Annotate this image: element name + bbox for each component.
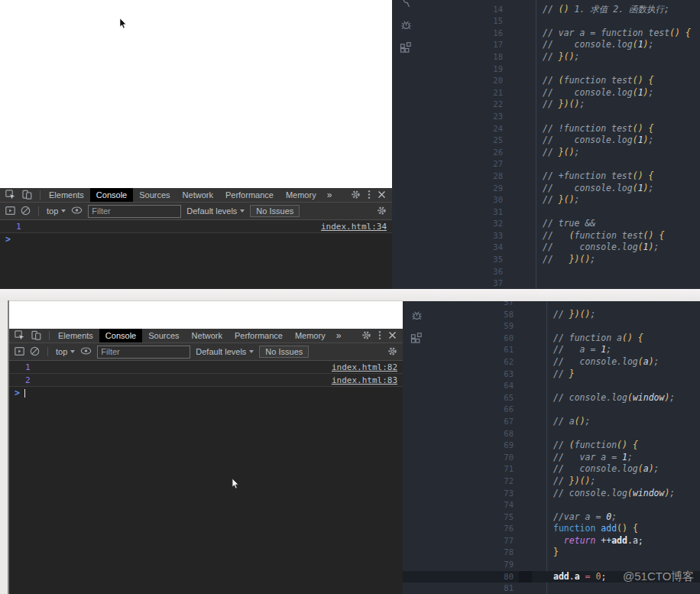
code-line[interactable]: 35// })();: [392, 254, 700, 266]
code-editor-top[interactable]: 1314// () 1. 求值 2. 函数执行;1516// var a = f…: [392, 0, 700, 289]
code-line[interactable]: 31: [392, 206, 700, 219]
close-icon[interactable]: [378, 190, 386, 200]
console-settings-icon[interactable]: [377, 206, 387, 217]
tab-elements[interactable]: Elements: [52, 329, 99, 342]
live-expression-icon[interactable]: [71, 206, 83, 216]
code-line[interactable]: 15: [392, 15, 700, 28]
levels-label: Default levels: [186, 206, 237, 216]
tab-console[interactable]: Console: [90, 188, 133, 202]
menu-icon[interactable]: [368, 190, 371, 201]
log-source-link[interactable]: index.html:34: [321, 222, 392, 232]
inspect-element-icon[interactable]: [5, 190, 15, 201]
code-line[interactable]: 32// true &&: [392, 218, 700, 230]
code-line[interactable]: 65// console.log(window);: [403, 392, 700, 404]
code-line[interactable]: 23: [392, 111, 700, 123]
toggle-device-toolbar-icon[interactable]: [31, 330, 41, 342]
tab-performance[interactable]: Performance: [228, 329, 289, 342]
console-settings-icon[interactable]: [387, 346, 397, 358]
code-line[interactable]: 22// })();: [392, 99, 700, 111]
screenshot-gap-band: [0, 289, 700, 301]
console-prompt-row[interactable]: >: [9, 387, 403, 399]
console-prompt-row[interactable]: >: [0, 233, 392, 245]
live-expression-icon[interactable]: [80, 346, 92, 357]
code-line[interactable]: 70// var a = 1;: [403, 452, 700, 464]
tab-memory[interactable]: Memory: [280, 188, 322, 202]
code-line[interactable]: 20// (function test() {: [392, 75, 700, 87]
context-selector[interactable]: top: [47, 206, 66, 216]
inspect-element-icon[interactable]: [15, 330, 24, 342]
code-line[interactable]: 16// var a = function test() {: [392, 28, 700, 40]
code-line[interactable]: 21// console.log(1);: [392, 87, 700, 99]
code-line[interactable]: 60// function a() {: [403, 333, 700, 345]
code-line[interactable]: 28// +function test() {: [392, 170, 700, 183]
filter-input[interactable]: [97, 346, 190, 359]
no-issues-badge[interactable]: No Issues: [259, 346, 309, 358]
code-line[interactable]: 18// }();: [392, 51, 700, 63]
code-line[interactable]: 37: [392, 278, 700, 289]
code-line[interactable]: 72// })();: [403, 476, 700, 488]
log-source-link[interactable]: index.html:82: [332, 362, 403, 372]
code-line[interactable]: 34// console.log(1);: [392, 242, 700, 254]
console-sidebar-icon[interactable]: [15, 346, 24, 358]
log-levels-dropdown[interactable]: Default levels: [186, 206, 245, 216]
code-line[interactable]: 33// (function test() {: [392, 230, 700, 242]
tab-sources[interactable]: Sources: [142, 329, 185, 342]
tab-memory[interactable]: Memory: [289, 329, 332, 342]
code-line[interactable]: 58// })();: [403, 309, 700, 321]
code-line[interactable]: 17// console.log(1);: [392, 39, 700, 51]
devtools-tab-bar: ElementsConsoleSourcesNetworkPerformance…: [0, 188, 392, 203]
code-line[interactable]: 26// }();: [392, 147, 700, 159]
context-label: top: [47, 206, 58, 216]
settings-icon[interactable]: [351, 190, 361, 201]
code-line[interactable]: 64: [403, 380, 700, 392]
no-issues-badge[interactable]: No Issues: [250, 205, 300, 217]
code-line[interactable]: 29// console.log(1);: [392, 183, 700, 195]
code-line[interactable]: 19: [392, 63, 700, 76]
log-source-link[interactable]: index.html:83: [332, 375, 403, 385]
tab-sources[interactable]: Sources: [133, 188, 176, 202]
code-line[interactable]: 75//var a = 0;: [403, 511, 700, 524]
code-line[interactable]: 63// }: [403, 368, 700, 381]
code-line[interactable]: 25// console.log(1);: [392, 135, 700, 147]
more-tabs-icon[interactable]: »: [322, 190, 337, 200]
code-line[interactable]: 30// }();: [392, 194, 700, 206]
code-line[interactable]: 66: [403, 404, 700, 416]
tab-console[interactable]: Console: [99, 329, 142, 342]
tab-elements[interactable]: Elements: [43, 188, 90, 202]
clear-console-icon[interactable]: [30, 346, 40, 358]
menu-icon[interactable]: [378, 330, 381, 342]
code-line[interactable]: 59: [403, 320, 700, 333]
close-icon[interactable]: [388, 331, 397, 341]
code-line[interactable]: 24// !function test() {: [392, 123, 700, 135]
code-line[interactable]: 27: [392, 158, 700, 170]
code-line[interactable]: 36: [392, 266, 700, 278]
code-line[interactable]: 62// console.log(a);: [403, 356, 700, 368]
log-levels-dropdown[interactable]: Default levels: [196, 347, 254, 356]
code-line[interactable]: 68: [403, 428, 700, 440]
code-editor-bottom[interactable]: 5758// })();5960// function a() {61// a …: [403, 300, 700, 594]
clear-console-icon[interactable]: [21, 206, 31, 217]
toggle-device-toolbar-icon[interactable]: [22, 190, 32, 201]
code-line[interactable]: 67// a();: [403, 416, 700, 428]
more-tabs-icon[interactable]: »: [332, 330, 346, 341]
code-line[interactable]: 71// console.log(a);: [403, 463, 700, 476]
code-line[interactable]: 81: [403, 583, 700, 594]
settings-icon[interactable]: [361, 330, 371, 342]
code-line[interactable]: 73// console.log(window);: [403, 488, 700, 500]
console-empty-area[interactable]: [9, 399, 403, 594]
console-empty-area[interactable]: [0, 245, 392, 289]
tab-network[interactable]: Network: [186, 329, 228, 342]
context-selector[interactable]: top: [56, 347, 75, 356]
console-sidebar-icon[interactable]: [5, 206, 15, 217]
code-line[interactable]: 61// a = 1;: [403, 344, 700, 356]
code-line[interactable]: 69// (function() {: [403, 440, 700, 452]
code-line[interactable]: 78}: [403, 547, 700, 559]
code-line[interactable]: 77 return ++add.a;: [403, 535, 700, 547]
code-line[interactable]: 74: [403, 499, 700, 511]
tab-network[interactable]: Network: [177, 188, 219, 202]
filter-input[interactable]: [88, 205, 181, 218]
code-line[interactable]: 57: [403, 300, 700, 309]
code-line[interactable]: 76function add() {: [403, 523, 700, 535]
code-line[interactable]: 14// () 1. 求值 2. 函数执行;: [392, 4, 700, 16]
tab-performance[interactable]: Performance: [219, 188, 280, 202]
